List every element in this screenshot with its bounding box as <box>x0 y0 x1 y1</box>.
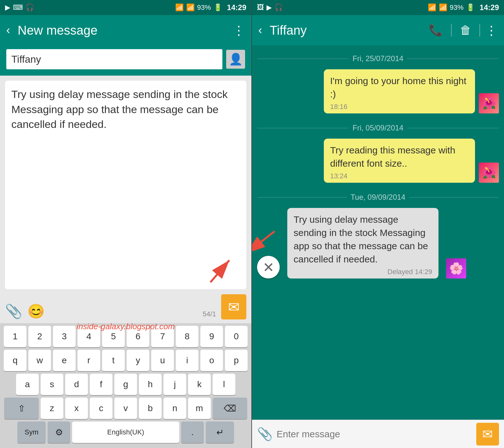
key-2[interactable]: 2 <box>28 326 51 347</box>
right-page-title: Tiffany <box>270 23 421 37</box>
left-panel: ▶ ⌨ 🎧 📶 📶 93% 🔋 14:29 ‹ New message ⋮ 👤 … <box>0 0 252 448</box>
key-b[interactable]: b <box>139 398 162 419</box>
chat-area: Fri, 25/07/2014 I'm going to your home t… <box>252 45 504 420</box>
key-f[interactable]: f <box>90 374 112 395</box>
attach-icon[interactable]: 📎 <box>5 303 22 319</box>
send-button[interactable]: ✉ <box>221 294 246 319</box>
key-i[interactable]: i <box>176 350 198 371</box>
avatar-2: 🌺 <box>479 163 499 183</box>
divider-line-3 <box>257 197 347 198</box>
left-status-bar: ▶ ⌨ 🎧 📶 📶 93% 🔋 14:29 <box>0 0 251 15</box>
asdf-row: a s d f g h j k l <box>1 374 250 395</box>
shift-key[interactable]: ⇧ <box>4 398 39 419</box>
bubble-time-3: Delayed 14:29 <box>294 268 432 276</box>
message-compose-bubble[interactable]: Try using delay message sending in the s… <box>5 81 246 289</box>
qwerty-row: q w e r t y u i o p <box>1 350 250 371</box>
date-divider-2: Fri, 05/09/2014 <box>257 123 499 132</box>
flower-icon-3: 🌸 <box>446 258 466 279</box>
period-key[interactable]: . <box>181 422 204 443</box>
keyboard-bottom-row: Sym ⚙ English(UK) . ↵ <box>1 422 250 445</box>
key-9[interactable]: 9 <box>200 326 223 347</box>
key-o[interactable]: o <box>200 350 223 371</box>
play-icon-r: ▶ <box>266 3 272 12</box>
key-3[interactable]: 3 <box>53 326 76 347</box>
headphone-icon: 🎧 <box>26 3 34 12</box>
cancel-button[interactable]: ✕ <box>257 256 280 279</box>
right-menu-button[interactable]: ⋮ <box>485 23 498 37</box>
key-x[interactable]: x <box>65 398 88 419</box>
back-button[interactable]: ‹ <box>6 24 10 37</box>
divider-line <box>257 59 349 59</box>
key-v[interactable]: v <box>114 398 137 419</box>
enter-key[interactable]: ↵ <box>206 422 234 443</box>
message-input[interactable] <box>277 425 472 444</box>
phone-button[interactable]: 📞 <box>426 24 446 37</box>
key-5[interactable]: 5 <box>102 326 125 347</box>
sym-key[interactable]: Sym <box>17 422 46 443</box>
send-icon: ✉ <box>228 299 240 315</box>
divider-line-r <box>407 59 499 59</box>
play-icon: ▶ <box>5 3 10 12</box>
key-1[interactable]: 1 <box>4 326 26 347</box>
key-j[interactable]: j <box>163 374 186 395</box>
page-title: New message <box>18 23 227 37</box>
key-m[interactable]: m <box>188 398 211 419</box>
message-text: Try using delay message sending in the s… <box>11 88 228 130</box>
recipient-input[interactable] <box>6 49 222 69</box>
signal-icon: 📶 <box>186 3 195 12</box>
spacebar-key[interactable]: English(UK) <box>72 422 179 443</box>
key-d[interactable]: d <box>65 374 88 395</box>
backspace-key[interactable]: ⌫ <box>213 398 247 419</box>
delete-button[interactable]: 🗑 <box>457 24 474 37</box>
right-attach-button[interactable]: 📎 <box>257 427 273 441</box>
key-6[interactable]: 6 <box>127 326 149 347</box>
key-t[interactable]: t <box>102 350 125 371</box>
key-q[interactable]: q <box>4 350 26 371</box>
keyboard: 1 2 3 4 5 6 7 8 9 0 q w e r t y u i <box>0 323 251 448</box>
divider-line-2 <box>257 128 349 128</box>
avatar-1: 🌺 <box>479 93 499 113</box>
right-send-icon: ✉ <box>482 427 493 441</box>
bubble-text-3: Try using delay message sending in the s… <box>294 214 428 264</box>
contact-icon[interactable]: 👤 <box>226 50 245 69</box>
key-r[interactable]: r <box>77 350 100 371</box>
wifi-icon: 📶 <box>175 3 184 12</box>
bubble-time-1: 18:16 <box>330 103 469 111</box>
key-8[interactable]: 8 <box>176 326 198 347</box>
key-c[interactable]: c <box>90 398 112 419</box>
key-7[interactable]: 7 <box>151 326 174 347</box>
emoji-icon[interactable]: 😊 <box>27 303 45 319</box>
key-s[interactable]: s <box>41 374 63 395</box>
key-h[interactable]: h <box>139 374 162 395</box>
battery-percentage: 93% <box>197 3 211 12</box>
right-back-button[interactable]: ‹ <box>258 24 262 37</box>
right-status-bar: 🖼 ▶ 🎧 📶 📶 93% 🔋 14:29 <box>252 0 504 15</box>
left-toolbar: ‹ New message ⋮ <box>0 15 251 45</box>
key-4[interactable]: 4 <box>77 326 100 347</box>
keyboard-icon: ⌨ <box>13 3 23 12</box>
flower-icon-2: 🌺 <box>479 163 499 183</box>
key-l[interactable]: l <box>213 374 235 395</box>
settings-key[interactable]: ⚙ <box>48 422 70 443</box>
key-k[interactable]: k <box>188 374 211 395</box>
battery-pct-r: 93% <box>450 3 464 12</box>
toolbar-divider2 <box>479 24 480 37</box>
key-g[interactable]: g <box>114 374 137 395</box>
bubble-3: Try using delay message sending in the s… <box>287 208 438 279</box>
key-n[interactable]: n <box>163 398 186 419</box>
avatar-3: 🌸 <box>446 258 466 279</box>
key-p[interactable]: p <box>225 350 248 371</box>
key-u[interactable]: u <box>151 350 174 371</box>
key-y[interactable]: y <box>127 350 149 371</box>
wifi-icon-r: 📶 <box>428 3 436 12</box>
right-toolbar: ‹ Tiffany 📞 🗑 ⋮ <box>252 15 504 45</box>
date-label-3: Tue, 09/09/2014 <box>351 193 405 202</box>
key-w[interactable]: w <box>28 350 51 371</box>
key-e[interactable]: e <box>53 350 76 371</box>
key-a[interactable]: a <box>16 374 39 395</box>
right-send-button[interactable]: ✉ <box>476 423 499 445</box>
key-z[interactable]: z <box>41 398 63 419</box>
divider-line-2r <box>407 128 499 128</box>
menu-button[interactable]: ⋮ <box>232 23 245 37</box>
key-0[interactable]: 0 <box>225 326 248 347</box>
